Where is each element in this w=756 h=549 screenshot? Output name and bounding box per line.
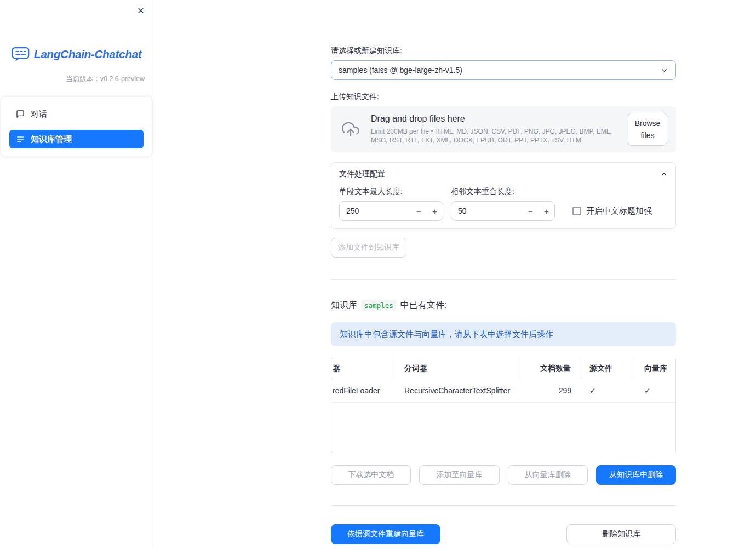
chunk-overlap-input[interactable]: 50 − + [451,201,555,221]
dropzone-instruction: Drag and drop files here [371,114,618,124]
existing-files-prefix: 知识库 [331,300,357,311]
cell-loader: redFileLoader [331,379,394,402]
sidebar: × LangChain-Chatchat 当前版本：v0.2.6-preview [0,0,153,549]
zh-title-enhance-label[interactable]: 开启中文标题加强 [586,206,652,216]
chevron-down-icon [660,66,668,75]
browse-files-button[interactable]: Browse files [628,113,667,146]
chevron-up-icon [660,170,668,178]
app-page: × LangChain-Chatchat 当前版本：v0.2.6-preview [0,0,756,549]
app-logo: LangChain-Chatchat [0,46,153,62]
sidebar-item-chat[interactable]: 对话 [9,105,144,123]
add-files-to-kb-button[interactable]: 添加文件到知识库 [331,238,406,258]
sidebar-item-label: 对话 [31,109,47,119]
file-config-expander: 文件处理配置 单段文本最大长度: 250 − + 相邻文 [331,162,676,229]
kb-select-value: samples (faiss @ bge-large-zh-v1.5) [339,66,462,75]
upload-label: 上传知识文件: [331,92,676,102]
column-header-loader: 器 [331,358,394,379]
delete-from-vector-store-button[interactable]: 从向量库删除 [508,465,588,485]
file-dropzone[interactable]: Drag and drop files here Limit 200MB per… [331,106,676,152]
rebuild-vector-store-button[interactable]: 依据源文件重建向量库 [331,524,440,544]
existing-files-heading: 知识库 samples 中已有文件: [331,300,676,311]
column-header-doc-count: 文档数量 [519,358,581,379]
version-label: 当前版本：v0.2.6-preview [0,75,153,84]
delete-from-kb-button[interactable]: 从知识库中删除 [596,465,676,485]
download-selected-button[interactable]: 下载选中文档 [331,465,411,485]
delete-kb-button[interactable]: 删除知识库 [566,524,676,544]
cell-vector-store-check: ✓ [634,379,675,402]
files-table: 器 分词器 文档数量 源文件 向量库 redFileLoader Recursi… [331,358,676,453]
chunk-size-field: 单段文本最大长度: 250 − + [339,187,443,221]
zh-title-enhance-checkbox[interactable] [572,207,581,215]
knowledge-base-icon [16,135,25,144]
chunk-overlap-field: 相邻文本重合长度: 50 − + [451,187,555,221]
divider [331,505,676,506]
kb-select-label: 请选择或新建知识库: [331,46,676,56]
cell-source-file-check: ✓ [581,379,634,402]
minus-icon[interactable]: − [411,207,427,216]
app-logo-text: LangChain-Chatchat [34,48,141,61]
info-banner-text: 知识库中包含源文件与向量库，请从下表中选择文件后操作 [340,329,553,340]
minus-icon[interactable]: − [523,207,539,216]
sidebar-item-label: 知识库管理 [31,134,72,145]
logo-chat-icon [12,46,30,62]
sidebar-item-kb-management[interactable]: 知识库管理 [9,130,144,148]
plus-icon[interactable]: + [539,207,554,216]
file-config-body: 单段文本最大长度: 250 − + 相邻文本重合长度: 50 − + [331,186,675,228]
kb-management-panel: 请选择或新建知识库: samples (faiss @ bge-large-zh… [331,0,676,544]
kb-select[interactable]: samples (faiss @ bge-large-zh-v1.5) [331,60,676,80]
column-header-source-file: 源文件 [581,358,634,379]
cell-splitter: RecursiveCharacterTextSplitter [394,379,519,402]
cloud-upload-icon [340,121,362,138]
table-row[interactable]: redFileLoader RecursiveCharacterTextSpli… [331,379,675,403]
chunk-size-value[interactable]: 250 [340,207,411,215]
kb-name-code: samples [361,300,397,311]
info-banner: 知识库中包含源文件与向量库，请从下表中选择文件后操作 [331,322,676,346]
dropzone-texts: Drag and drop files here Limit 200MB per… [371,114,618,145]
files-table-header: 器 分词器 文档数量 源文件 向量库 [331,358,675,379]
chunk-size-input[interactable]: 250 − + [339,201,443,221]
zh-title-enhance-field: 开启中文标题加强 [572,201,652,221]
chat-bubble-icon [16,110,25,118]
sidebar-menu: 对话 知识库管理 [1,97,152,156]
kb-actions-row: 依据源文件重建向量库 删除知识库 [331,524,676,544]
file-actions-row: 下载选中文档 添加至向量库 从向量库删除 从知识库中删除 [331,465,676,485]
add-to-vector-store-button[interactable]: 添加至向量库 [419,465,499,485]
existing-files-suffix: 中已有文件: [400,300,446,311]
plus-icon[interactable]: + [427,207,443,216]
file-config-header[interactable]: 文件处理配置 [331,163,675,186]
column-header-vector-store: 向量库 [634,358,675,379]
chunk-size-label: 单段文本最大长度: [339,187,443,197]
cell-doc-count: 299 [519,379,581,402]
column-header-splitter: 分词器 [394,358,519,379]
chunk-overlap-value[interactable]: 50 [451,207,523,215]
sidebar-close-button[interactable]: × [135,2,146,18]
dropzone-limits: Limit 200MB per file • HTML, MD, JSON, C… [371,127,618,145]
file-config-title: 文件处理配置 [339,169,385,179]
chunk-overlap-label: 相邻文本重合长度: [451,187,555,197]
divider [331,279,676,280]
